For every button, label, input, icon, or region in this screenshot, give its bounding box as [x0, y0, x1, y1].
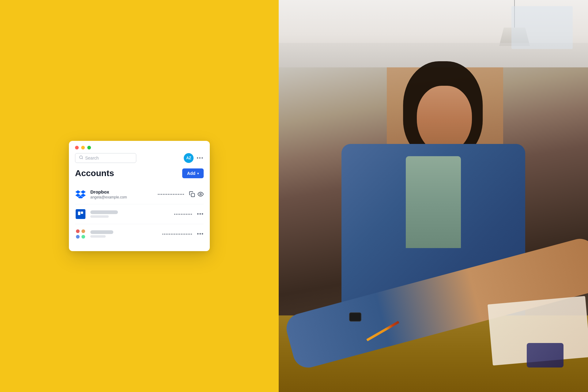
- add-button[interactable]: Add ▾: [182, 168, 204, 178]
- password-dots: ••••••••••••••••••: [162, 232, 193, 236]
- left-panel: AZ ••• Accounts Add ▾: [0, 0, 279, 392]
- accounts-header: Accounts Add ▾: [69, 167, 210, 184]
- minimize-button[interactable]: [81, 146, 85, 149]
- placeholder-email: [90, 215, 109, 218]
- more-options-button[interactable]: •••: [197, 231, 204, 237]
- account-name: Dropbox: [90, 189, 153, 194]
- svg-rect-5: [81, 212, 83, 214]
- account-info: Dropbox angela@example.com: [90, 189, 153, 199]
- placeholder-name: [90, 230, 113, 234]
- password-dots: ••••••••••••••••: [158, 193, 185, 196]
- placeholder-name: [90, 210, 118, 214]
- app-window: AZ ••• Accounts Add ▾: [69, 141, 210, 251]
- svg-point-3: [200, 194, 202, 195]
- add-button-label: Add: [187, 171, 195, 176]
- account-actions: •••: [197, 231, 204, 237]
- search-icon: [79, 155, 83, 161]
- svg-line-1: [82, 158, 83, 159]
- search-row: AZ •••: [69, 153, 210, 167]
- title-bar: [69, 141, 210, 153]
- svg-rect-4: [78, 212, 80, 215]
- more-options-button[interactable]: •••: [197, 211, 204, 217]
- account-actions: •••: [197, 211, 204, 217]
- page-title: Accounts: [75, 168, 114, 178]
- svg-rect-2: [191, 194, 195, 197]
- svg-point-0: [80, 156, 82, 159]
- search-input[interactable]: [85, 156, 132, 160]
- right-panel: [279, 0, 588, 392]
- reveal-password-icon[interactable]: [198, 191, 204, 197]
- account-email: angela@example.com: [90, 195, 153, 199]
- account-info: [90, 230, 158, 238]
- password-dots: •••••••••••: [174, 213, 193, 216]
- chevron-down-icon: ▾: [197, 172, 199, 175]
- list-item: •••••••••••••••••• •••: [75, 224, 204, 244]
- list-item: Dropbox angela@example.com •••••••••••••…: [75, 184, 204, 204]
- account-actions: [189, 191, 204, 197]
- trello-icon: [75, 209, 86, 220]
- close-button[interactable]: [75, 146, 79, 149]
- more-menu-button[interactable]: •••: [197, 155, 204, 161]
- avatar: AZ: [184, 153, 194, 163]
- background-photo: [279, 0, 588, 392]
- account-list: Dropbox angela@example.com •••••••••••••…: [69, 184, 210, 251]
- header-right: AZ •••: [184, 153, 204, 163]
- account-info: [90, 210, 170, 218]
- placeholder-email: [90, 235, 106, 238]
- list-item: ••••••••••• •••: [75, 204, 204, 224]
- search-box[interactable]: [75, 153, 136, 163]
- maximize-button[interactable]: [87, 146, 91, 149]
- circles-app-icon: [75, 228, 86, 239]
- dropbox-icon: [75, 189, 86, 200]
- copy-password-icon[interactable]: [189, 191, 195, 197]
- room-ceiling: [279, 0, 588, 67]
